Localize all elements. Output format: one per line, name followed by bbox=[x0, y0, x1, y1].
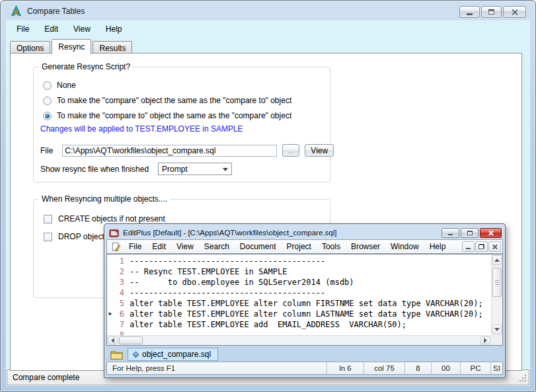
radio-label: To make the "compare" object the same as… bbox=[57, 96, 291, 105]
ep-menu-search[interactable]: Search bbox=[199, 241, 235, 253]
resize-grip-icon[interactable] bbox=[519, 374, 527, 382]
resync-file-input[interactable] bbox=[62, 145, 277, 157]
ep-menu-window[interactable]: Window bbox=[385, 241, 424, 253]
doc-tab-object-compare[interactable]: object_compare.sql bbox=[128, 348, 218, 361]
code-text: -- to dbo.employee in SQLServer2014 (msd… bbox=[130, 278, 354, 287]
editplus-titlebar[interactable]: EditPlus [Default] - [C:\Apps\AQT\workfi… bbox=[106, 226, 503, 239]
groupbox-title: Generate Resync Script? bbox=[39, 62, 133, 71]
minimize-icon bbox=[467, 13, 473, 15]
checkbox-icon[interactable] bbox=[44, 215, 52, 223]
horizontal-scrollbar[interactable] bbox=[107, 335, 491, 345]
maximize-button[interactable] bbox=[481, 6, 502, 18]
mdi-restore-button[interactable] bbox=[475, 241, 488, 252]
vertical-scrollbar[interactable] bbox=[491, 255, 502, 335]
code-text: ----------------------------------------… bbox=[130, 288, 325, 297]
radio-none[interactable]: None bbox=[43, 81, 76, 90]
code-text: alter table TEST.EMPLOYEE add EMAIL_ADDR… bbox=[130, 320, 406, 329]
ep-menu-tools[interactable]: Tools bbox=[317, 241, 346, 253]
mdi-minimize-button[interactable] bbox=[462, 241, 475, 252]
ep-menu-project[interactable]: Project bbox=[282, 241, 317, 253]
status-line-indicator: ln 6 bbox=[326, 362, 364, 374]
radio-label: To make the "compare to" object the same… bbox=[57, 111, 291, 120]
ep-menu-edit[interactable]: Edit bbox=[147, 241, 171, 253]
show-resync-dropdown[interactable]: Prompt bbox=[158, 163, 232, 175]
code-text: alter table TEST.EMPLOYEE alter column F… bbox=[130, 299, 483, 308]
create-objects-checkbox-row[interactable]: CREATE objects if not present bbox=[44, 214, 165, 223]
status-text: Compare complete bbox=[13, 373, 79, 382]
editplus-window: EditPlus [Default] - [C:\Apps\AQT\workfi… bbox=[104, 223, 506, 378]
ep-menu-document[interactable]: Document bbox=[235, 241, 282, 253]
radio-label: None bbox=[57, 81, 76, 90]
line-number: 6 bbox=[114, 309, 130, 319]
menu-view[interactable]: View bbox=[66, 22, 98, 36]
horizontal-scroll-thumb[interactable] bbox=[119, 336, 143, 344]
vertical-scroll-thumb[interactable] bbox=[492, 268, 502, 297]
tab-options[interactable]: Options bbox=[10, 41, 50, 54]
line-number: 2 bbox=[114, 267, 130, 276]
scroll-up-button[interactable] bbox=[492, 255, 502, 265]
editor-lines: 1 --------------------------------------… bbox=[107, 256, 491, 340]
radio-compare-same-as-compareto[interactable]: To make the "compare" object the same as… bbox=[43, 96, 291, 105]
ep-menu-browser[interactable]: Browser bbox=[346, 241, 385, 253]
editor-line: 3 -- to dbo.employee in SQLServer2014 (m… bbox=[107, 277, 491, 288]
ep-menu-help[interactable]: Help bbox=[424, 241, 451, 253]
editplus-minimize-button[interactable] bbox=[441, 228, 459, 238]
ep-menu-view[interactable]: View bbox=[171, 241, 199, 253]
ep-menu-file[interactable]: File bbox=[124, 241, 147, 253]
editor-line: 2 -- Resync TEST.EMPLOYEE in SAMPLE bbox=[107, 266, 491, 277]
chevron-down-icon bbox=[223, 168, 228, 171]
tab-results[interactable]: Results bbox=[93, 41, 132, 54]
radio-icon[interactable] bbox=[43, 81, 52, 90]
editor-line: 5 alter table TEST.EMPLOYEE alter column… bbox=[107, 298, 491, 309]
radio-compareto-same-as-compare[interactable]: To make the "compare to" object the same… bbox=[43, 111, 291, 120]
document-diamond-icon bbox=[133, 351, 139, 358]
tab-resync[interactable]: Resync bbox=[52, 39, 91, 54]
groupbox-title: When Resyncing multiple objects.... bbox=[39, 194, 170, 204]
app-icon bbox=[11, 5, 22, 17]
status-help-text: For Help, press F1 bbox=[107, 362, 326, 374]
file-label: File bbox=[40, 146, 53, 155]
menu-file[interactable]: File bbox=[9, 22, 36, 36]
editplus-statusbar: For Help, press F1 ln 6 col 75 8 00 PC S… bbox=[106, 362, 503, 375]
mdi-close-button[interactable] bbox=[488, 241, 501, 252]
file-row: File ... View bbox=[40, 144, 334, 157]
changes-note: Changes will be applied to TEST.EMPLOYEE… bbox=[40, 124, 243, 134]
maximize-icon bbox=[467, 231, 473, 235]
status-segment-3: 8 bbox=[404, 362, 431, 374]
scroll-left-button[interactable] bbox=[108, 336, 118, 344]
checkbox-label: CREATE objects if not present bbox=[58, 214, 165, 223]
radio-icon-selected[interactable] bbox=[43, 112, 52, 120]
titlebar[interactable]: Compare Tables bbox=[1, 1, 535, 20]
editor-line: 4 --------------------------------------… bbox=[107, 288, 491, 298]
view-button[interactable]: View bbox=[305, 144, 334, 157]
minimize-icon bbox=[448, 234, 453, 235]
editplus-maximize-button[interactable] bbox=[461, 228, 479, 238]
document-tab-row: object_compare.sql bbox=[106, 346, 503, 362]
close-button[interactable] bbox=[503, 6, 526, 18]
code-text: alter table TEST.EMPLOYEE alter column L… bbox=[130, 309, 483, 319]
line-number: 7 bbox=[114, 320, 130, 329]
editplus-close-button[interactable] bbox=[480, 228, 502, 238]
checkbox-icon[interactable] bbox=[44, 233, 52, 241]
editor-line: 1 --------------------------------------… bbox=[107, 256, 491, 266]
minimize-button[interactable] bbox=[459, 6, 480, 18]
menu-edit[interactable]: Edit bbox=[37, 22, 65, 36]
status-segment-4: 00 bbox=[431, 362, 460, 374]
show-resync-label: Show resync file when finished bbox=[40, 165, 149, 174]
current-line-marker: ► bbox=[107, 309, 114, 319]
folder-button[interactable] bbox=[108, 348, 125, 361]
arrow-left-icon bbox=[111, 338, 114, 343]
radio-icon[interactable] bbox=[43, 97, 52, 105]
doc-tab-label: object_compare.sql bbox=[142, 350, 211, 359]
code-text: -- Resync TEST.EMPLOYEE in SAMPLE bbox=[130, 267, 287, 276]
scroll-down-button[interactable] bbox=[492, 325, 502, 334]
dropdown-value: Prompt bbox=[162, 165, 188, 174]
line-number: 4 bbox=[114, 288, 130, 297]
line-number: 3 bbox=[114, 278, 130, 287]
status-column-indicator: col 75 bbox=[364, 362, 404, 374]
scroll-right-button[interactable] bbox=[480, 336, 490, 344]
code-editor[interactable]: 1 --------------------------------------… bbox=[106, 254, 503, 346]
resize-grip-icon[interactable] bbox=[494, 366, 501, 372]
browse-button[interactable]: ... bbox=[282, 144, 299, 157]
menu-help[interactable]: Help bbox=[98, 22, 130, 36]
